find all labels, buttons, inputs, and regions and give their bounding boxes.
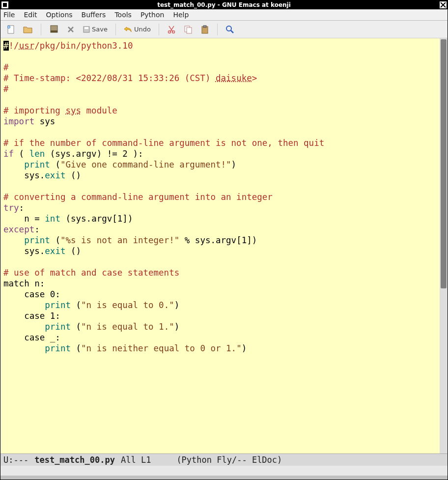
code-text: ( (71, 322, 81, 332)
modeline-status: U:--- (3, 455, 28, 465)
menu-buffers[interactable]: Buffers (82, 11, 106, 19)
modeline-modes: (Python Fly/-- ElDoc) (176, 455, 282, 465)
code-text: print (45, 343, 71, 353)
code-text: ( (14, 149, 29, 159)
code-text: int (45, 214, 60, 224)
code-text: "n is equal to 1." (81, 322, 174, 332)
undo-button[interactable]: Undo (122, 23, 153, 36)
close-button[interactable] (65, 23, 77, 36)
code-text: ( (71, 343, 81, 353)
kill-buffer-button[interactable] (47, 23, 61, 36)
code-text: daisuke (216, 73, 252, 83)
code-text: ) (242, 343, 247, 353)
menubar: File Edit Options Buffers Tools Python H… (0, 9, 448, 21)
code-text: ) (174, 300, 180, 310)
code-text: exit (45, 246, 65, 256)
code-text: case _: (24, 333, 60, 342)
svg-point-12 (226, 26, 231, 31)
paste-button[interactable] (198, 23, 211, 36)
save-button[interactable]: Save (81, 23, 110, 36)
svg-point-6 (168, 30, 170, 33)
code-text (34, 116, 40, 126)
code-text: len (29, 149, 45, 159)
copy-button[interactable] (182, 23, 195, 36)
editor-buffer[interactable]: #!/usr/pkg/bin/python3.10 # # Time-stamp… (0, 38, 440, 453)
menu-help[interactable]: Help (173, 11, 189, 19)
menu-file[interactable]: File (3, 11, 15, 19)
code-text: print (24, 160, 50, 169)
code-text: "n is neither equal to 0 or 1." (81, 343, 242, 353)
code-text: # Time-stamp: <2022/08/31 15:33:26 (CST) (3, 73, 216, 83)
modeline-position: All L1 (121, 455, 151, 465)
code-text: # if the number of command-line argument… (3, 138, 324, 148)
code-text (3, 343, 45, 353)
code-text: # converting a command-line argument int… (3, 192, 273, 202)
code-text: ( (50, 235, 60, 245)
menu-python[interactable]: Python (140, 11, 165, 19)
cursor: # (3, 41, 9, 51)
code-text: % sys.argv[1]) (179, 235, 257, 245)
code-text (3, 170, 24, 180)
code-text: match n: (3, 279, 45, 288)
svg-rect-11 (203, 26, 206, 28)
system-menu-icon[interactable] (1, 1, 8, 8)
modeline-buffer-name: test_match_00.py (34, 455, 115, 465)
modeline[interactable]: U:--- test_match_00.py All L1 (Python Fl… (0, 453, 448, 466)
code-text: import (3, 116, 34, 126)
code-text: case 1: (24, 311, 60, 321)
code-text: except (3, 225, 34, 234)
menu-tools[interactable]: Tools (114, 11, 132, 19)
search-button[interactable] (224, 23, 236, 36)
code-text: sys. (24, 170, 45, 180)
code-text: print (45, 300, 71, 310)
code-text: sys. (24, 246, 45, 256)
code-text: ( (71, 300, 81, 310)
code-text: print (24, 235, 50, 245)
save-label: Save (92, 26, 108, 33)
scrollbar[interactable] (440, 38, 448, 453)
code-text: : (19, 203, 25, 213)
toolbar-separator (41, 24, 41, 35)
menu-options[interactable]: Options (46, 11, 73, 19)
window-footer (0, 476, 448, 480)
toolbar-separator (159, 24, 159, 35)
code-text: () (65, 246, 81, 256)
minibuffer[interactable] (0, 466, 448, 476)
open-file-button[interactable] (21, 23, 35, 36)
code-text (3, 235, 24, 245)
code-text: # (3, 84, 9, 94)
code-text: "%s is not an integer!" (60, 235, 179, 245)
svg-point-7 (172, 30, 174, 33)
code-text: ( (50, 160, 60, 169)
code-text: try (3, 203, 19, 213)
new-file-button[interactable] (4, 23, 17, 36)
code-text: "n is equal to 0." (81, 300, 174, 310)
code-text (3, 246, 24, 256)
code-text: (sys.argv) != 2 ): (45, 149, 143, 159)
code-text: /pkg/bin/python3.10 (34, 41, 133, 51)
scrollbar-thumb[interactable] (441, 39, 447, 288)
code-text: () (65, 170, 81, 180)
code-text (3, 214, 24, 224)
toolbar-separator (115, 24, 116, 35)
code-text: usr (19, 41, 35, 51)
code-text: # use of match and case statements (3, 268, 179, 278)
code-text (3, 160, 24, 169)
code-text: if (3, 149, 14, 159)
window-title: test_match_00.py - GNU Emacs at koenji (157, 1, 291, 8)
code-text: case 0: (24, 289, 60, 299)
code-text: !/ (9, 41, 19, 51)
code-text (3, 300, 45, 310)
menu-edit[interactable]: Edit (24, 11, 37, 19)
code-text: (sys.argv[1]) (60, 214, 133, 224)
close-icon[interactable] (440, 1, 447, 8)
code-text (3, 322, 45, 332)
code-text: # (3, 62, 9, 72)
svg-rect-3 (51, 30, 57, 32)
code-text (3, 289, 24, 299)
toolbar-separator (217, 24, 218, 35)
code-text: : (34, 225, 40, 234)
code-text (3, 333, 24, 342)
cut-button[interactable] (165, 23, 178, 36)
toolbar: Save Undo (0, 21, 448, 38)
